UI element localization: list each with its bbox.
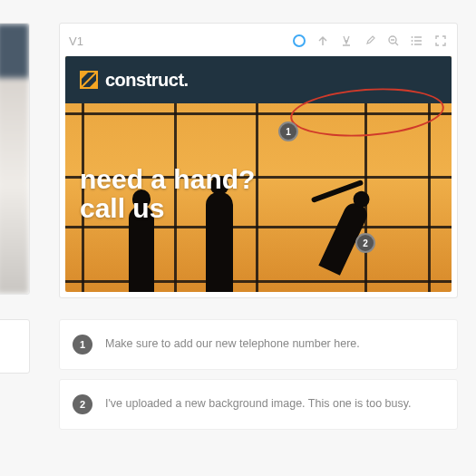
card-header: V1 [65, 29, 452, 56]
version-card: V1 [59, 23, 458, 298]
adjacent-comment-card [0, 319, 30, 374]
svg-point-0 [294, 35, 305, 46]
comment-item[interactable]: 2 I've uploaded a new background image. … [59, 379, 458, 430]
logo-mark-icon [80, 71, 98, 89]
svg-point-2 [412, 36, 413, 38]
arrow-up-icon[interactable] [316, 34, 330, 48]
brand-name: construct. [105, 70, 189, 91]
comment-badge: 2 [73, 394, 92, 414]
fullscreen-icon[interactable] [433, 34, 448, 48]
comments-list: 1 Make sure to add our new telephone num… [59, 319, 458, 439]
eyedropper-icon[interactable] [363, 34, 377, 48]
svg-point-4 [412, 44, 413, 45]
list-icon[interactable] [410, 34, 424, 48]
brand-logo: construct. [80, 70, 189, 91]
circle-tool-icon[interactable] [292, 34, 306, 48]
annotation-marker-2[interactable]: 2 [355, 233, 375, 253]
annotation-toolbar [292, 34, 448, 48]
hero-line-1: need a hand? [80, 165, 255, 194]
text-underline-icon[interactable] [339, 34, 354, 48]
hero-text: need a hand? call us [80, 165, 255, 222]
adjacent-card-preview [0, 23, 30, 295]
hero-line-2: call us [80, 194, 255, 223]
comment-text: I've uploaded a new background image. Th… [105, 396, 412, 413]
svg-point-3 [412, 40, 413, 42]
version-label: V1 [69, 34, 83, 48]
annotation-marker-1[interactable]: 1 [278, 121, 298, 141]
comment-badge: 1 [73, 335, 92, 355]
adjacent-card-image [0, 24, 29, 294]
comment-item[interactable]: 1 Make sure to add our new telephone num… [59, 319, 458, 370]
design-preview[interactable]: construct. 1 2 need a hand? call us [65, 56, 452, 292]
comment-text: Make sure to add our new telephone numbe… [105, 336, 360, 353]
zoom-out-icon[interactable] [386, 34, 401, 48]
